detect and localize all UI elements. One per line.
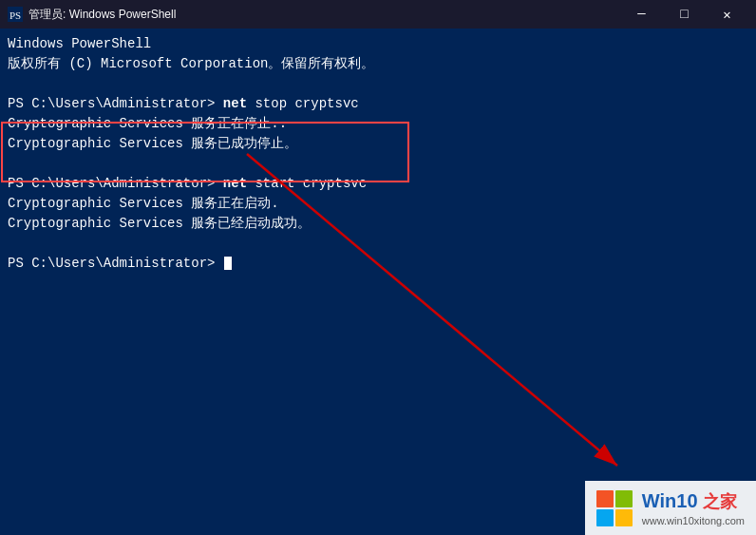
powershell-icon: PS bbox=[8, 7, 23, 22]
terminal-line-2: 版权所有 (C) Microsoft Corporation。保留所有权利。 bbox=[8, 54, 748, 74]
terminal-line-8: PS C:\Users\Administrator> net start cry… bbox=[8, 174, 748, 194]
terminal-line-12: PS C:\Users\Administrator> bbox=[8, 254, 748, 274]
terminal-line-11 bbox=[8, 234, 748, 254]
titlebar-title: 管理员: Windows PowerShell bbox=[28, 7, 176, 23]
maximize-button[interactable]: □ bbox=[663, 0, 706, 29]
svg-text:PS: PS bbox=[9, 10, 21, 21]
terminal-line-10: Cryptographic Services 服务已经启动成功。 bbox=[8, 214, 748, 234]
watermark-sub-text: www.win10xitong.com bbox=[642, 514, 745, 527]
watermark-text: Win10 之家 www.win10xitong.com bbox=[642, 488, 745, 527]
terminal-line-4: PS C:\Users\Administrator> net stop cryp… bbox=[8, 94, 748, 114]
terminal-line-5: Cryptographic Services 服务正在停止.. bbox=[8, 114, 748, 134]
terminal-line-9: Cryptographic Services 服务正在启动. bbox=[8, 194, 748, 214]
titlebar-left: PS 管理员: Windows PowerShell bbox=[8, 7, 176, 23]
terminal-line-6: Cryptographic Services 服务已成功停止。 bbox=[8, 134, 748, 154]
titlebar: PS 管理员: Windows PowerShell ─ □ ✕ bbox=[0, 0, 756, 29]
terminal-line-1: Windows PowerShell bbox=[8, 34, 748, 54]
close-button[interactable]: ✕ bbox=[706, 0, 748, 29]
minimize-button[interactable]: ─ bbox=[620, 0, 663, 29]
terminal-line-3 bbox=[8, 74, 748, 94]
watermark: Win10 之家 www.win10xitong.com bbox=[585, 481, 756, 535]
titlebar-controls: ─ □ ✕ bbox=[620, 0, 748, 29]
terminal-area[interactable]: Windows PowerShell 版权所有 (C) Microsoft Co… bbox=[0, 29, 756, 535]
windows-logo bbox=[596, 490, 633, 526]
watermark-main-text: Win10 之家 bbox=[642, 488, 745, 513]
terminal-line-7 bbox=[8, 154, 748, 174]
